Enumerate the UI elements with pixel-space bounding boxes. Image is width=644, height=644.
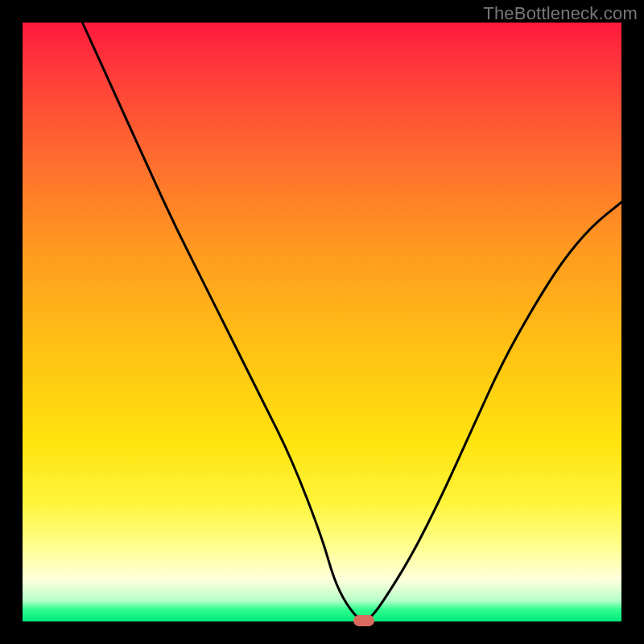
attribution-label: TheBottleneck.com [483, 3, 638, 24]
plot-area [23, 23, 621, 621]
chart-frame: TheBottleneck.com [0, 0, 644, 644]
curve-layer [23, 23, 621, 621]
optimal-point-marker [353, 615, 374, 626]
bottleneck-curve [82, 23, 621, 621]
